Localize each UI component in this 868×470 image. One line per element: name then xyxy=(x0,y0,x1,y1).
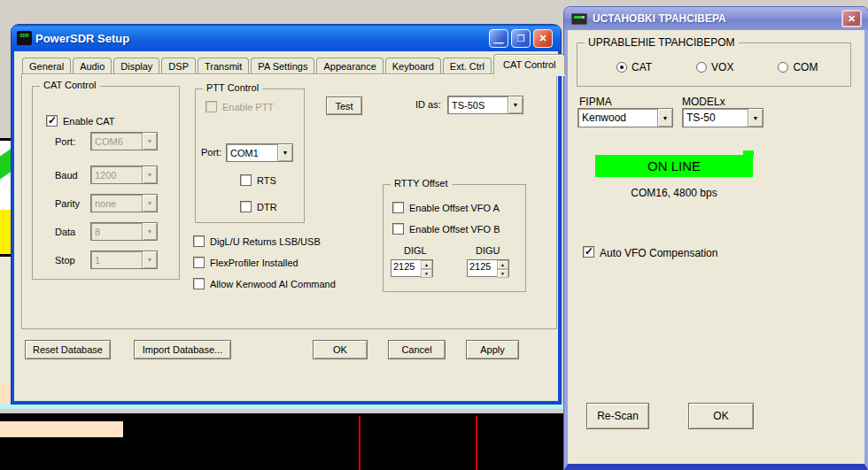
tab-cat-control[interactable]: CAT Control xyxy=(493,54,566,74)
com-info-label: COM16, 4800 bps xyxy=(631,187,717,199)
tab-general[interactable]: General xyxy=(22,58,71,74)
ptt-port-combo[interactable]: COM1▼ xyxy=(226,143,293,162)
reset-database-button[interactable]: Reset Database xyxy=(25,340,111,359)
cat-stop-combo[interactable]: 1▼ xyxy=(90,250,158,269)
chevron-down-icon[interactable]: ▼ xyxy=(142,166,157,183)
ok-label: OK xyxy=(333,344,347,355)
flexprofiler-checkbox[interactable] xyxy=(193,257,205,268)
cat-port-combo[interactable]: COM6▼ xyxy=(90,132,158,150)
rescan-button[interactable]: Re-Scan xyxy=(586,403,649,429)
cat-port-label: Port: xyxy=(55,136,75,147)
digu-spinner[interactable]: 2125 ▲▼ xyxy=(467,259,509,277)
enable-cat-checkbox[interactable] xyxy=(46,115,58,127)
ptt-control-group: PTT Control Enable PTT Port: COM1▼ RTS D… xyxy=(195,89,305,223)
chevron-down-icon[interactable]: ▼ xyxy=(277,144,292,161)
tab-audio[interactable]: Audio xyxy=(73,58,112,74)
radio-cat-icon[interactable] xyxy=(616,62,627,73)
close-button[interactable]: ✕ xyxy=(533,29,553,48)
rescan-label: Re-Scan xyxy=(597,410,639,422)
spin-down-icon[interactable]: ▼ xyxy=(497,269,508,278)
cat-data-combo[interactable]: 8▼ xyxy=(90,222,158,241)
chevron-down-icon[interactable]: ▼ xyxy=(142,251,157,268)
radio-option-vox[interactable]: VOX xyxy=(696,61,733,73)
minimize-button[interactable]: — xyxy=(489,29,508,48)
id-as-value: TS-50S xyxy=(448,100,508,111)
chevron-down-icon[interactable]: ▼ xyxy=(748,109,763,127)
firma-combo[interactable]: Kenwood▼ xyxy=(577,108,673,127)
cat-baud-label: Baud xyxy=(55,170,78,181)
spin-up-icon[interactable]: ▲ xyxy=(421,260,432,269)
tab-appearance[interactable]: Appearance xyxy=(316,58,383,74)
radio-vox-label: VOX xyxy=(711,61,733,73)
tab-dsp[interactable]: DSP xyxy=(161,58,196,74)
transceiver-window-title: UCTAHOBKI TPAHCIBEPA xyxy=(593,12,726,25)
chevron-down-icon[interactable]: ▼ xyxy=(142,223,157,240)
com-info-text: COM16, 4800 bps xyxy=(595,187,753,199)
radio-option-com[interactable]: COM xyxy=(778,61,818,73)
cat-control-group-title: CAT Control xyxy=(40,80,100,90)
transceiver-close-button[interactable]: ✕ xyxy=(841,10,862,27)
enable-offset-vfo-b-checkbox[interactable] xyxy=(392,223,404,235)
import-database-button[interactable]: Import Database... xyxy=(134,340,231,359)
model-label: MODELx xyxy=(682,96,725,108)
transceiver-ok-button[interactable]: OK xyxy=(688,403,754,429)
digl-u-returns-checkbox[interactable] xyxy=(193,235,205,247)
cat-baud-combo[interactable]: 1200▼ xyxy=(90,166,158,184)
tab-display[interactable]: Display xyxy=(113,58,159,74)
auto-vfo-label: Auto VFO Compensation xyxy=(600,247,717,259)
radio-cat-label: CAT xyxy=(632,61,652,73)
rtty-offset-group: RTTY Offset Enable Offset VFO A Enable O… xyxy=(383,184,526,292)
rts-label: RTS xyxy=(257,175,276,186)
enable-offset-vfo-b-label: Enable Offset VFO B xyxy=(409,224,500,235)
radio-vox-icon[interactable] xyxy=(696,62,707,73)
cat-parity-value: none xyxy=(91,198,142,209)
chevron-down-icon[interactable]: ▼ xyxy=(142,133,157,150)
bg-green-shape xyxy=(0,148,12,181)
auto-vfo-checkbox[interactable] xyxy=(583,246,594,258)
digl-spinner[interactable]: 2125 ▲▼ xyxy=(391,259,433,277)
radio-option-cat[interactable]: CAT xyxy=(616,61,652,73)
spin-down-icon[interactable]: ▼ xyxy=(421,269,432,278)
digu-label: DIGU xyxy=(476,245,500,256)
enable-ptt-checkbox[interactable] xyxy=(205,101,217,112)
apply-button[interactable]: Apply xyxy=(466,340,519,359)
radio-com-icon[interactable] xyxy=(778,62,788,73)
cat-data-label: Data xyxy=(55,227,75,237)
enable-offset-vfo-a-label: Enable Offset VFO A xyxy=(409,203,500,213)
bg-left-peach-block xyxy=(0,382,12,404)
id-as-label: ID as: xyxy=(415,99,441,110)
bg-left-beige-block xyxy=(0,257,12,382)
allow-kenwood-ai-checkbox[interactable] xyxy=(193,278,205,289)
maximize-button[interactable]: ❐ xyxy=(511,29,531,48)
apply-label: Apply xyxy=(480,344,505,355)
enable-offset-vfo-a-checkbox[interactable] xyxy=(392,202,404,213)
chevron-down-icon[interactable]: ▼ xyxy=(657,109,672,127)
powersdr-app-icon: SDR xyxy=(17,31,32,45)
test-button[interactable]: Test xyxy=(326,96,362,115)
tab-pa-settings[interactable]: PA Settings xyxy=(251,58,314,74)
cat-parity-combo[interactable]: none▼ xyxy=(90,194,158,212)
transceiver-titlebar[interactable]: UCTAHOBKI TPAHCIBEPA ✕ xyxy=(564,7,868,30)
chevron-down-icon[interactable]: ▼ xyxy=(508,96,523,113)
rts-checkbox[interactable] xyxy=(240,174,252,186)
powersdr-titlebar[interactable]: SDR PowerSDR Setup — ❐ ✕ xyxy=(12,25,561,51)
transceiver-setup-window: UCTAHOBKI TPAHCIBEPA ✕ UPRABLEHIE TPAHCI… xyxy=(564,7,868,470)
ptt-control-group-title: PTT Control xyxy=(203,82,262,93)
enable-cat-label: Enable CAT xyxy=(63,116,115,127)
id-as-combo[interactable]: TS-50S▼ xyxy=(447,96,523,114)
dtr-checkbox[interactable] xyxy=(240,201,252,212)
spin-up-icon[interactable]: ▲ xyxy=(497,260,508,269)
model-combo[interactable]: TS-50▼ xyxy=(682,108,763,127)
reset-database-label: Reset Database xyxy=(33,344,103,355)
ok-button[interactable]: OK xyxy=(313,340,368,359)
digl-value: 2125 xyxy=(391,260,421,276)
bg-black-band xyxy=(0,413,564,470)
test-button-label: Test xyxy=(335,101,353,112)
tab-transmit[interactable]: Transmit xyxy=(198,58,249,74)
chevron-down-icon[interactable]: ▼ xyxy=(142,195,157,212)
dtr-label: DTR xyxy=(257,202,277,212)
cancel-button[interactable]: Cancel xyxy=(388,340,446,359)
tab-keyboard[interactable]: Keyboard xyxy=(385,58,441,74)
tab-ext-ctrl[interactable]: Ext. Ctrl xyxy=(443,58,492,74)
allow-kenwood-ai-label: Allow Kenwood AI Command xyxy=(210,279,336,289)
